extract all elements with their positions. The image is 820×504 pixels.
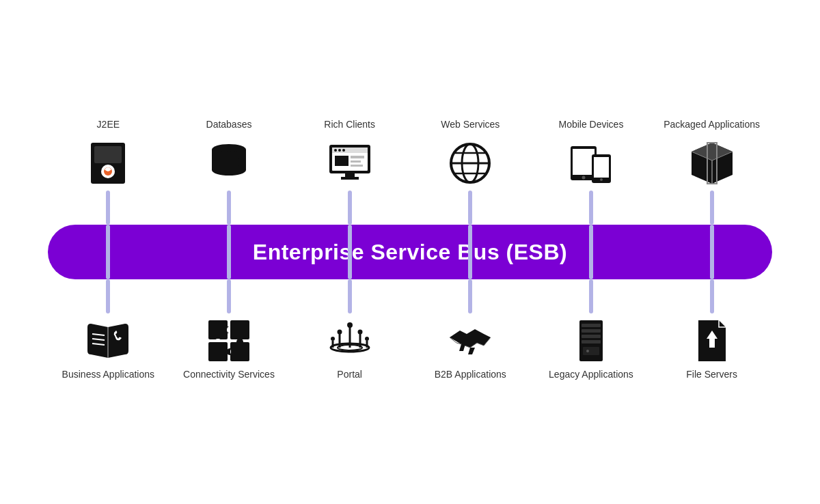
svg-rect-20	[351, 165, 363, 167]
svg-rect-44	[208, 320, 228, 339]
b2b-icon	[443, 313, 497, 368]
web-services-esb-connector	[468, 225, 472, 279]
node-connectivity: Connectivity Services	[178, 279, 280, 386]
portal-label: Portal	[337, 368, 362, 380]
svg-point-57	[357, 330, 362, 335]
mobile-devices-icon	[564, 136, 618, 191]
svg-rect-32	[594, 157, 609, 178]
legacy-bottom-connector	[589, 279, 593, 313]
j2ee-label: J2EE	[97, 118, 120, 130]
svg-rect-18	[351, 156, 364, 158]
svg-rect-17	[335, 156, 348, 166]
svg-rect-47	[230, 342, 249, 361]
databases-label: Databases	[206, 118, 252, 130]
svg-rect-22	[341, 177, 359, 180]
b2b-bottom-connector	[468, 279, 472, 313]
svg-point-66	[586, 350, 589, 352]
legacy-icon	[564, 313, 618, 368]
esb-row: Enterprise Service Bus (ESB)	[34, 225, 786, 279]
bottom-nodes-row: Business Applications	[34, 279, 786, 386]
node-legacy: Legacy Applications	[540, 279, 642, 386]
databases-icon	[202, 136, 256, 191]
svg-point-33	[600, 178, 603, 181]
svg-rect-62	[582, 329, 601, 333]
packaged-apps-icon	[685, 136, 739, 191]
j2ee-top-connector	[106, 191, 110, 225]
file-servers-bottom-connector	[710, 279, 714, 313]
esb-band: Enterprise Service Bus (ESB)	[48, 225, 772, 279]
b2b-label: B2B Applications	[435, 368, 506, 380]
node-web-services: Web Services	[419, 118, 521, 225]
esb-title: Enterprise Service Bus (ESB)	[253, 240, 567, 265]
svg-rect-13	[332, 148, 368, 153]
databases-esb-connector	[227, 225, 231, 279]
databases-top-connector	[227, 191, 231, 225]
rich-clients-esb-connector	[348, 225, 352, 279]
node-file-servers: File Servers	[661, 279, 763, 386]
svg-rect-19	[351, 160, 361, 163]
svg-point-58	[331, 337, 335, 341]
packaged-apps-esb-connector	[710, 225, 714, 279]
node-business-apps: Business Applications	[57, 279, 159, 386]
rich-clients-top-connector	[348, 191, 352, 225]
esb-diagram: J2EE Databases	[34, 118, 786, 386]
node-j2ee: J2EE	[57, 118, 159, 225]
node-packaged-apps: Packaged Applications	[661, 118, 763, 225]
svg-rect-64	[582, 340, 601, 344]
rich-clients-label: Rich Clients	[324, 118, 375, 130]
node-databases: Databases	[178, 118, 280, 225]
svg-point-10	[212, 165, 246, 176]
mobile-devices-label: Mobile Devices	[558, 118, 623, 130]
business-apps-bottom-connector	[106, 279, 110, 313]
connectivity-label: Connectivity Services	[183, 368, 275, 380]
svg-point-15	[338, 149, 341, 152]
file-servers-icon	[685, 313, 739, 368]
svg-rect-46	[208, 342, 228, 361]
svg-rect-29	[573, 149, 594, 175]
j2ee-esb-connector	[106, 225, 110, 279]
svg-point-16	[342, 149, 345, 152]
packaged-apps-label: Packaged Applications	[664, 118, 760, 130]
legacy-label: Legacy Applications	[549, 368, 633, 380]
svg-rect-21	[345, 173, 355, 177]
svg-rect-63	[582, 335, 601, 338]
web-services-top-connector	[468, 191, 472, 225]
node-mobile-devices: Mobile Devices	[540, 118, 642, 225]
top-labels-row: J2EE Databases	[34, 118, 786, 225]
web-services-label: Web Services	[441, 118, 500, 130]
svg-rect-61	[582, 324, 601, 327]
svg-point-56	[337, 330, 342, 335]
svg-rect-45	[230, 320, 249, 339]
svg-point-59	[365, 337, 369, 341]
svg-point-55	[347, 322, 353, 328]
rich-clients-icon	[323, 136, 377, 191]
business-apps-icon	[81, 313, 135, 368]
file-servers-label: File Servers	[686, 368, 737, 380]
svg-point-14	[334, 149, 337, 152]
svg-rect-1	[94, 146, 122, 163]
business-apps-label: Business Applications	[62, 368, 154, 380]
j2ee-icon	[81, 136, 135, 191]
connectivity-icon	[202, 313, 256, 368]
node-portal: Portal	[299, 279, 401, 386]
node-b2b: B2B Applications	[419, 279, 521, 386]
svg-point-30	[582, 176, 585, 180]
web-services-icon	[443, 136, 497, 191]
packaged-apps-top-connector	[710, 191, 714, 225]
connectivity-bottom-connector	[227, 279, 231, 313]
mobile-devices-esb-connector	[589, 225, 593, 279]
mobile-devices-top-connector	[589, 191, 593, 225]
svg-rect-65	[583, 347, 599, 355]
node-rich-clients: Rich Clients	[299, 118, 401, 225]
portal-bottom-connector	[348, 279, 352, 313]
portal-icon	[323, 313, 377, 368]
